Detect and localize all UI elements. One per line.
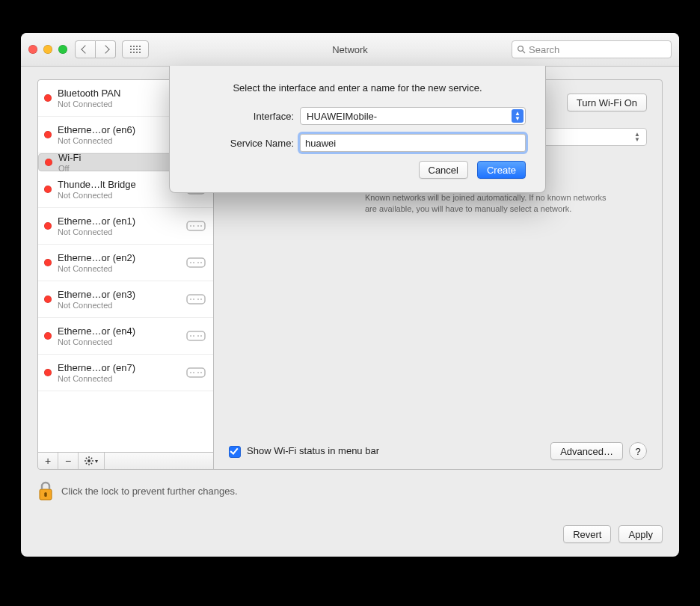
svg-point-42 xyxy=(193,335,194,337)
interface-row: Interface: HUAWEIMobile- ▲▼ xyxy=(189,107,526,125)
svg-rect-35 xyxy=(187,295,205,304)
service-type-icon xyxy=(185,219,207,233)
list-footer: + − ▾ xyxy=(38,452,213,469)
ask-join-subtext: Known networks will be joined automatica… xyxy=(365,192,612,215)
service-name: Etherne…or (en2) xyxy=(58,252,185,263)
zoom-window-button[interactable] xyxy=(58,45,67,54)
status-dot-icon xyxy=(44,222,52,230)
service-name: Etherne…or (en4) xyxy=(58,325,185,337)
status-dot-icon xyxy=(44,332,52,340)
service-name: Etherne…or (en6) xyxy=(58,124,185,135)
svg-point-37 xyxy=(193,299,194,300)
svg-rect-0 xyxy=(130,46,132,47)
svg-point-36 xyxy=(190,299,191,300)
create-button[interactable]: Create xyxy=(477,161,526,179)
service-row[interactable]: Etherne…or (en7)Not Connected xyxy=(38,355,213,391)
network-pref-window: Network Search Bluetooth PANNot Connecte… xyxy=(21,33,679,557)
svg-rect-8 xyxy=(130,52,132,53)
service-name-field[interactable]: huawei xyxy=(300,134,526,152)
svg-line-13 xyxy=(523,51,525,53)
interface-value: HUAWEIMobile- xyxy=(307,111,377,122)
svg-point-29 xyxy=(200,225,202,227)
service-row[interactable]: Etherne…or (en1)Not Connected xyxy=(38,208,213,245)
close-window-button[interactable] xyxy=(28,45,37,54)
service-row[interactable]: Etherne…or (en2)Not Connected xyxy=(38,245,213,281)
service-text: Etherne…or (en3)Not Connected xyxy=(58,289,185,310)
service-actions-button[interactable]: ▾ xyxy=(79,453,105,469)
service-type-icon xyxy=(185,256,207,269)
svg-line-56 xyxy=(91,463,93,465)
service-text: Thunde…lt BridgeNot Connected xyxy=(58,179,185,200)
forward-button[interactable] xyxy=(96,40,116,58)
svg-rect-7 xyxy=(139,49,141,50)
status-dot-icon xyxy=(44,259,52,266)
search-placeholder: Search xyxy=(529,44,559,55)
status-dot-icon xyxy=(44,131,52,138)
help-button[interactable]: ? xyxy=(629,442,647,460)
svg-line-57 xyxy=(86,463,88,465)
status-dot-icon xyxy=(44,94,52,102)
service-name: Etherne…or (en7) xyxy=(58,362,185,373)
apply-button[interactable]: Apply xyxy=(618,525,663,543)
add-service-button[interactable]: + xyxy=(38,453,58,469)
lock-icon[interactable] xyxy=(37,480,54,501)
revert-button[interactable]: Revert xyxy=(563,525,611,543)
service-row[interactable]: Etherne…or (en4)Not Connected xyxy=(38,318,213,355)
status-dot-icon xyxy=(44,186,52,193)
lock-row: Click the lock to prevent further change… xyxy=(37,480,663,501)
search-icon xyxy=(517,45,526,54)
svg-point-39 xyxy=(200,299,202,300)
minimize-window-button[interactable] xyxy=(43,45,52,54)
cancel-button[interactable]: Cancel xyxy=(419,161,468,179)
menu-bar-row: Show Wi-Fi status in menu bar xyxy=(229,445,379,458)
svg-point-12 xyxy=(518,46,524,52)
svg-rect-30 xyxy=(187,258,205,267)
svg-rect-45 xyxy=(187,368,205,377)
svg-point-34 xyxy=(200,262,202,263)
svg-rect-2 xyxy=(136,46,138,47)
svg-line-55 xyxy=(86,458,88,459)
svg-point-50 xyxy=(88,459,90,462)
service-text: Bluetooth PANNot Connected xyxy=(58,88,185,108)
sheet-prompt: Select the interface and enter a name fo… xyxy=(189,82,526,94)
updown-icon: ▲▼ xyxy=(634,132,640,142)
wifi-toggle-button[interactable]: Turn Wi-Fi On xyxy=(567,94,647,111)
remove-service-button[interactable]: − xyxy=(58,453,79,469)
svg-rect-6 xyxy=(136,49,138,50)
service-row[interactable]: Etherne…or (en3)Not Connected xyxy=(38,281,213,318)
svg-point-49 xyxy=(200,372,202,373)
service-text: Etherne…or (en2)Not Connected xyxy=(58,252,185,273)
window-controls xyxy=(28,45,67,54)
status-dot-icon xyxy=(45,159,52,166)
new-service-sheet: Select the interface and enter a name fo… xyxy=(169,66,546,193)
service-status: Not Connected xyxy=(58,337,185,346)
interface-label: Interface: xyxy=(189,111,294,122)
service-name: Wi-Fi xyxy=(58,152,184,163)
show-all-button[interactable] xyxy=(122,40,149,58)
service-text: Etherne…or (en1)Not Connected xyxy=(58,215,185,236)
svg-point-47 xyxy=(193,372,194,373)
service-name-row: Service Name: huawei xyxy=(189,134,526,152)
chevron-right-icon xyxy=(101,45,109,53)
svg-point-43 xyxy=(197,335,199,337)
service-name-value: huawei xyxy=(305,138,336,149)
advanced-button[interactable]: Advanced… xyxy=(550,442,623,460)
service-type-icon xyxy=(185,293,207,306)
svg-point-48 xyxy=(197,372,199,373)
show-menu-bar-checkbox[interactable] xyxy=(229,446,241,458)
service-name: Thunde…lt Bridge xyxy=(58,179,185,190)
svg-point-33 xyxy=(197,262,199,263)
svg-rect-3 xyxy=(139,46,141,47)
interface-popup[interactable]: HUAWEIMobile- ▲▼ xyxy=(300,107,526,125)
back-button[interactable] xyxy=(75,40,96,58)
service-status: Not Connected xyxy=(58,264,185,273)
service-status: Not Connected xyxy=(58,100,185,108)
service-name: Etherne…or (en3) xyxy=(58,289,185,300)
detail-bottom-bar: Show Wi-Fi status in menu bar Advanced… … xyxy=(229,442,647,460)
service-status: Not Connected xyxy=(58,227,185,236)
svg-point-27 xyxy=(193,225,194,227)
svg-rect-1 xyxy=(133,46,135,47)
svg-rect-4 xyxy=(130,49,132,50)
search-field[interactable]: Search xyxy=(512,40,672,58)
service-text: Etherne…or (en7)Not Connected xyxy=(58,362,185,383)
